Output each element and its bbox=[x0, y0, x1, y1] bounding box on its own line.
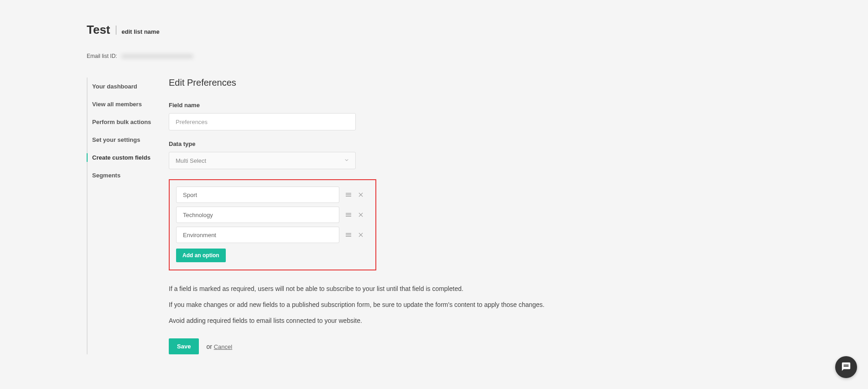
title-divider bbox=[116, 26, 116, 35]
email-list-id-label: Email list ID: bbox=[87, 53, 117, 59]
option-input-0[interactable] bbox=[176, 187, 339, 203]
help-text-publish: If you make changes or add new fields to… bbox=[169, 300, 579, 310]
data-type-group: Data type bbox=[169, 140, 579, 169]
page-title: Test bbox=[87, 23, 110, 37]
option-input-1[interactable] bbox=[176, 207, 339, 223]
field-name-group: Field name bbox=[169, 102, 579, 130]
help-text-avoid: Avoid adding required fields to email li… bbox=[169, 316, 579, 326]
edit-list-name-link[interactable]: edit list name bbox=[122, 28, 160, 35]
page-header: Test edit list name bbox=[87, 23, 859, 37]
cancel-group: or Cancel bbox=[206, 343, 232, 350]
remove-option-icon[interactable] bbox=[358, 192, 364, 198]
sidebar-item-settings[interactable]: Set your settings bbox=[88, 131, 169, 149]
add-option-button[interactable]: Add an option bbox=[176, 249, 226, 262]
sidebar-item-segments[interactable]: Segments bbox=[88, 166, 169, 184]
drag-handle-icon[interactable] bbox=[345, 231, 352, 239]
help-text-required: If a field is marked as required, users … bbox=[169, 284, 579, 294]
main-content: Edit Preferences Field name Data type bbox=[169, 78, 579, 354]
sidebar-item-dashboard[interactable]: Your dashboard bbox=[88, 78, 169, 95]
field-name-input[interactable] bbox=[169, 113, 356, 130]
remove-option-icon[interactable] bbox=[358, 212, 364, 218]
data-type-select[interactable] bbox=[169, 152, 356, 169]
drag-handle-icon[interactable] bbox=[345, 191, 352, 198]
sidebar-item-view-members[interactable]: View all members bbox=[88, 95, 169, 113]
options-box: Add an option bbox=[169, 179, 376, 270]
cancel-link[interactable]: Cancel bbox=[214, 343, 232, 350]
save-button[interactable]: Save bbox=[169, 338, 199, 354]
sidebar-nav: Your dashboard View all members Perform … bbox=[87, 78, 169, 354]
sidebar-item-bulk-actions[interactable]: Perform bulk actions bbox=[88, 113, 169, 131]
remove-option-icon[interactable] bbox=[358, 232, 364, 238]
option-row bbox=[176, 207, 369, 223]
main-heading: Edit Preferences bbox=[169, 78, 579, 88]
data-type-label: Data type bbox=[169, 140, 579, 147]
option-input-2[interactable] bbox=[176, 227, 339, 243]
option-row bbox=[176, 187, 369, 203]
or-label: or bbox=[206, 343, 212, 350]
chat-icon bbox=[841, 362, 851, 373]
data-type-select-wrapper bbox=[169, 152, 356, 169]
drag-handle-icon[interactable] bbox=[345, 211, 352, 218]
email-list-id-row: Email list ID: xxxxxxxxxxxxxxxxxxxxxxxxx… bbox=[87, 53, 859, 59]
option-row bbox=[176, 227, 369, 243]
save-row: Save or Cancel bbox=[169, 338, 579, 354]
email-list-id-value: xxxxxxxxxxxxxxxxxxxxxxxxxx bbox=[122, 53, 193, 59]
sidebar-item-custom-fields[interactable]: Create custom fields bbox=[88, 149, 169, 166]
field-name-label: Field name bbox=[169, 102, 579, 109]
